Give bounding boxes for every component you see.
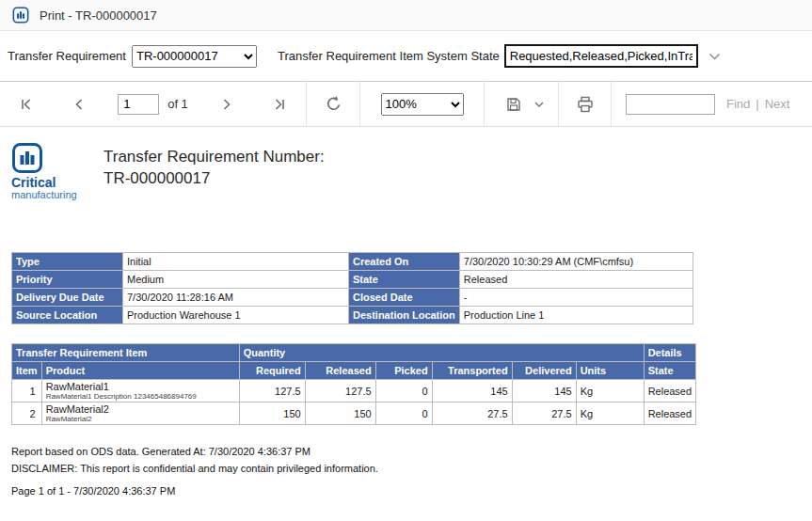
refresh-group <box>307 82 359 126</box>
first-page-icon <box>19 97 34 112</box>
transported-cell: 145 <box>432 380 512 403</box>
next-page-icon <box>219 97 234 112</box>
column-header: Released <box>305 362 375 380</box>
details-table: Type Initial Created On 7/30/2020 10:30:… <box>11 252 693 324</box>
delivered-cell: 145 <box>512 380 576 403</box>
group-header-quantity: Quantity <box>239 344 644 362</box>
state-dropdown-chevron-icon[interactable] <box>709 53 721 60</box>
product-description: RawMaterial2 <box>46 415 235 423</box>
product-cell: RawMaterial2 RawMaterial2 <box>41 403 239 425</box>
delivered-cell: 27.5 <box>512 403 576 425</box>
find-link[interactable]: Find <box>726 97 750 111</box>
footer-generated-line: Report based on ODS data. Generated At: … <box>11 446 812 457</box>
detail-value: Production Warehouse 1 <box>123 307 349 324</box>
detail-value: 7/30/2020 10:30:29 AM (CMF\cmfsu) <box>459 253 693 271</box>
column-header: Delivered <box>512 362 576 380</box>
printer-icon <box>576 95 595 114</box>
last-page-icon <box>272 97 287 112</box>
detail-label: Source Location <box>12 307 123 324</box>
report-app-icon <box>12 7 29 24</box>
window-titlebar: Print - TR-000000017 <box>0 0 812 31</box>
find-group: Find | Next <box>612 82 812 126</box>
column-header: Product <box>41 362 239 380</box>
company-logo: Critical manufacturing <box>11 142 94 200</box>
column-header: Required <box>239 362 305 380</box>
column-header: Units <box>576 362 644 380</box>
logo-mark-icon <box>11 142 43 174</box>
brand-name-bottom: manufacturing <box>11 189 94 200</box>
refresh-button[interactable] <box>319 89 348 118</box>
detail-label: State <box>349 271 460 289</box>
previous-page-button[interactable] <box>66 91 92 118</box>
next-link[interactable]: Next <box>765 97 790 111</box>
item-number-cell: 1 <box>12 380 42 403</box>
report-body: Critical manufacturing Transfer Requirem… <box>0 127 812 497</box>
group-header-details: Details <box>644 344 695 362</box>
detail-label: Delivery Due Date <box>12 289 123 307</box>
brand-name-top: Critical <box>11 177 94 189</box>
export-group <box>485 82 558 126</box>
detail-value: Released <box>459 271 693 289</box>
group-header-item: Transfer Requirement Item <box>12 344 240 362</box>
table-row: Type Initial Created On 7/30/2020 10:30:… <box>12 253 693 271</box>
first-page-button[interactable] <box>13 91 40 118</box>
required-cell: 127.5 <box>239 380 305 403</box>
table-row: Source Location Production Warehouse 1 D… <box>12 307 693 324</box>
report-toolbar: of 1 100% Find <box>0 82 812 127</box>
group-header-row: Transfer Requirement Item Quantity Detai… <box>12 344 696 362</box>
page-number-box: of 1 <box>118 94 188 115</box>
product-description: RawMaterial1 Description 123465486894769 <box>46 392 235 401</box>
detail-value: Medium <box>123 271 349 289</box>
column-header: Transported <box>432 362 512 380</box>
report-header: Critical manufacturing Transfer Requirem… <box>11 142 812 200</box>
report-title-line2: TR-000000017 <box>103 167 325 189</box>
released-cell: 150 <box>305 403 375 425</box>
detail-value: Initial <box>123 253 349 271</box>
refresh-icon <box>325 95 342 113</box>
table-row: 2 RawMaterial2 RawMaterial2 150 150 0 27… <box>12 403 696 425</box>
item-system-state-input[interactable] <box>504 44 698 68</box>
picked-cell: 0 <box>375 403 432 425</box>
next-page-button[interactable] <box>214 91 240 118</box>
detail-label: Created On <box>349 253 460 271</box>
page-count-label: of 1 <box>167 97 188 111</box>
zoom-group: 100% <box>360 82 484 126</box>
items-table: Transfer Requirement Item Quantity Detai… <box>11 343 696 425</box>
transported-cell: 27.5 <box>432 403 512 425</box>
product-cell: RawMaterial1 RawMaterial1 Description 12… <box>41 380 239 403</box>
column-header: Item <box>12 362 42 380</box>
last-page-button[interactable] <box>266 91 293 118</box>
item-number-cell: 2 <box>12 403 42 425</box>
released-cell: 127.5 <box>305 380 375 403</box>
state-cell: Released <box>644 403 695 425</box>
table-row: Delivery Due Date 7/30/2020 11:28:16 AM … <box>12 289 693 307</box>
picked-cell: 0 <box>375 380 432 403</box>
find-input[interactable] <box>626 94 715 115</box>
zoom-select[interactable]: 100% <box>381 93 464 116</box>
table-row: 1 RawMaterial1 RawMaterial1 Description … <box>12 380 696 403</box>
units-cell: Kg <box>576 380 644 403</box>
print-group <box>559 82 611 126</box>
detail-value: 7/30/2020 11:28:16 AM <box>123 289 349 307</box>
previous-page-icon <box>72 97 87 112</box>
detail-label: Destination Location <box>349 307 460 324</box>
column-header-row: Item Product Required Released Picked Tr… <box>12 362 696 380</box>
detail-label: Type <box>12 253 123 271</box>
print-button[interactable] <box>570 89 600 119</box>
report-title-line1: Transfer Requirement Number: <box>103 146 325 167</box>
transfer-requirement-select[interactable]: TR-000000017 <box>132 45 257 68</box>
page-number-input[interactable] <box>118 94 159 115</box>
footer-page-line: Page 1 of 1 - 7/30/2020 4:36:37 PM <box>11 485 812 497</box>
report-title: Transfer Requirement Number: TR-00000001… <box>103 142 325 189</box>
state-cell: Released <box>644 380 695 403</box>
page-navigation-group: of 1 <box>0 82 306 126</box>
find-next-separator: | <box>756 97 758 111</box>
detail-value: - <box>459 289 693 307</box>
table-row: Priority Medium State Released <box>12 271 693 289</box>
footer-disclaimer-line: DISCLAIMER: This report is confidential … <box>11 463 812 474</box>
export-button[interactable] <box>500 90 528 118</box>
item-system-state-label: Transfer Requirement Item System State <box>278 49 500 63</box>
units-cell: Kg <box>576 403 644 425</box>
column-header: State <box>644 362 695 380</box>
export-dropdown-chevron-icon[interactable] <box>534 102 544 107</box>
